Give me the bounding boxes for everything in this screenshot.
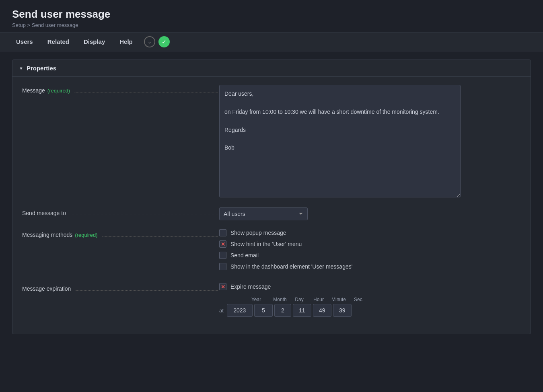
checkbox-dashboard-label: Show in the dashboard element 'User mess…: [230, 263, 352, 270]
datetime-container: Year Month Day Hour Minute Sec. at: [219, 297, 521, 317]
nav-item-users[interactable]: Users: [10, 32, 39, 51]
expiration-label-text: Message expiration: [22, 285, 71, 292]
at-label: at: [219, 308, 224, 314]
message-row: Message (required) Dear users, on Friday…: [22, 85, 521, 199]
page-header: Send user message Setup > Send user mess…: [0, 0, 543, 32]
properties-title: Properties: [27, 65, 56, 72]
send-to-select[interactable]: All users Selected users Selected user g…: [219, 207, 308, 220]
year-col-label: Year: [243, 297, 269, 302]
checkbox-dashboard[interactable]: [219, 263, 226, 270]
expiration-row: Message expiration ✕ Expire message: [22, 283, 521, 317]
month-col-label: Month: [271, 297, 289, 302]
sec-col-label: Sec.: [350, 297, 368, 302]
breadcrumb: Setup > Send user message: [12, 22, 531, 28]
send-to-label-text: Send message to: [22, 210, 66, 216]
checkbox-hint-row: ✕ Show hint in the 'User' menu: [219, 240, 521, 248]
messaging-methods-field: Show popup message ✕ Show hint in the 'U…: [219, 229, 521, 274]
minute-input[interactable]: [313, 304, 331, 317]
minute-col-label: Minute: [329, 297, 348, 302]
page-title: Send user message: [12, 8, 531, 21]
checkbox-popup[interactable]: [219, 229, 226, 236]
checkmark-x-expire: ✕: [221, 284, 225, 290]
hour-col-label: Hour: [309, 297, 328, 302]
checkbox-email[interactable]: [219, 252, 226, 259]
checkbox-hint[interactable]: ✕: [219, 240, 226, 248]
checkbox-dashboard-row: Show in the dashboard element 'User mess…: [219, 263, 521, 270]
send-to-label: Send message to: [22, 207, 219, 216]
checkbox-popup-label: Show popup message: [230, 230, 286, 236]
day-input[interactable]: [274, 304, 291, 317]
expire-label-text: Expire message: [230, 283, 271, 290]
expiration-label: Message expiration: [22, 283, 219, 292]
sec-input[interactable]: [333, 304, 352, 317]
main-content: ▼ Properties Message (required) Dear use…: [0, 51, 543, 342]
message-label: Message (required): [22, 85, 219, 94]
label-dots-message: [74, 92, 218, 92]
month-input[interactable]: [254, 304, 273, 317]
datetime-labels-row: Year Month Day Hour Minute Sec.: [230, 297, 521, 302]
year-input[interactable]: [227, 304, 253, 317]
nav-item-help[interactable]: Help: [113, 32, 139, 51]
checkbox-hint-label: Show hint in the 'User' menu: [230, 241, 302, 247]
nav-icons: ⌄ ✓: [144, 36, 170, 47]
nav-bar: Users Related Display Help ⌄ ✓: [0, 32, 543, 51]
messaging-methods-label: Messaging methods (required): [22, 229, 219, 238]
send-to-field: All users Selected users Selected user g…: [219, 207, 521, 220]
messaging-methods-row: Messaging methods (required) Show popup …: [22, 229, 521, 274]
label-dots-methods: [102, 236, 218, 237]
expire-checkbox-row: ✕ Expire message: [219, 283, 521, 290]
label-dots-expiration: [75, 290, 218, 291]
dropdown-icon[interactable]: ⌄: [144, 36, 155, 47]
form-body: Message (required) Dear users, on Friday…: [12, 77, 531, 334]
message-required: (required): [47, 88, 70, 94]
properties-section: ▼ Properties Message (required) Dear use…: [12, 60, 531, 334]
checkbox-email-row: Send email: [219, 252, 521, 259]
nav-item-related[interactable]: Related: [41, 32, 76, 51]
checkbox-popup-row: Show popup message: [219, 229, 521, 236]
send-to-row: Send message to All users Selected users…: [22, 207, 521, 220]
message-textarea[interactable]: Dear users, on Friday from 10:00 to 10:3…: [219, 85, 461, 197]
datetime-inputs-row: at: [219, 304, 521, 317]
checkmark-x-hint: ✕: [221, 241, 225, 247]
checkbox-email-label: Send email: [230, 252, 259, 259]
messaging-methods-required: (required): [75, 232, 97, 238]
messaging-methods-label-text: Messaging methods: [22, 232, 72, 238]
expiration-field: ✕ Expire message Year Month Day Hour: [219, 283, 521, 317]
properties-header: ▼ Properties: [12, 60, 531, 77]
check-icon[interactable]: ✓: [158, 36, 170, 47]
message-label-text: Message: [22, 87, 45, 94]
hour-input[interactable]: [293, 304, 311, 317]
collapse-arrow-icon[interactable]: ▼: [19, 66, 23, 71]
checkbox-expire[interactable]: ✕: [219, 283, 226, 290]
message-field: Dear users, on Friday from 10:00 to 10:3…: [219, 85, 521, 199]
day-col-label: Day: [291, 297, 308, 302]
label-dots-sendto: [70, 215, 218, 215]
nav-item-display[interactable]: Display: [77, 32, 111, 51]
